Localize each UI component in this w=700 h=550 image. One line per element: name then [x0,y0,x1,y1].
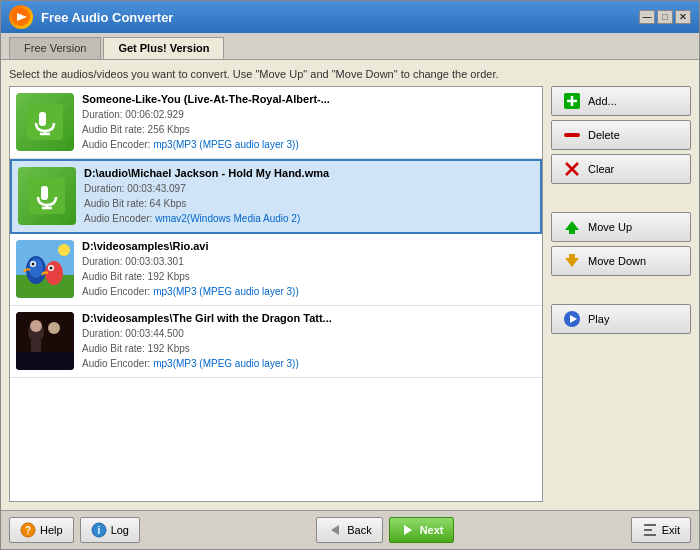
info-icon: i [91,522,107,538]
svg-rect-6 [41,186,48,200]
play-button[interactable]: Play [551,304,691,334]
video-icon-dragon [16,312,74,370]
svg-rect-44 [644,534,656,536]
svg-rect-10 [16,275,74,298]
list-item[interactable]: Someone-Like-You (Live-At-The-Royal-Albe… [10,87,542,159]
item-info: D:\videosamples\Rio.avi Duration: 00:03:… [82,240,536,299]
svg-marker-32 [565,221,579,234]
video-icon-rio [16,240,74,298]
item-encoder: Audio Encoder: mp3(MP3 (MPEG audio layer… [82,137,536,152]
tab-free-version[interactable]: Free Version [9,37,101,59]
item-encoder: Audio Encoder: wmav2(Windows Media Audio… [84,211,534,226]
tabs-bar: Free Version Get Plus! Version [1,33,699,59]
bottom-bar: ? Help i Log Back Next [1,510,699,549]
svg-rect-29 [564,133,580,137]
svg-rect-22 [31,334,41,352]
svg-point-17 [50,267,53,270]
move-down-button[interactable]: Move Down [551,246,691,276]
add-button[interactable]: Add... [551,86,691,116]
svg-marker-41 [404,525,412,535]
help-icon: ? [20,522,36,538]
item-duration: Duration: 00:03:43.097 [84,181,534,196]
file-list[interactable]: Someone-Like-You (Live-At-The-Royal-Albe… [9,86,543,502]
svg-rect-42 [644,524,656,526]
app-logo [9,5,33,29]
svg-point-23 [48,322,60,334]
app-title: Free Audio Converter [41,10,639,25]
item-encoder: Audio Encoder: mp3(MP3 (MPEG audio layer… [82,356,536,371]
add-icon [562,91,582,111]
list-item[interactable]: D:\videosamples\Rio.avi Duration: 00:03:… [10,234,542,306]
log-button[interactable]: i Log [80,517,140,543]
item-title: D:\videosamples\The Girl with the Dragon… [82,312,536,324]
instruction-text: Select the audios/videos you want to con… [9,68,691,80]
spacer [551,280,691,300]
minimize-button[interactable]: — [639,10,655,24]
tab-plus-version[interactable]: Get Plus! Version [103,37,224,59]
item-title: Someone-Like-You (Live-At-The-Royal-Albe… [82,93,536,105]
svg-text:i: i [97,525,100,536]
svg-marker-33 [565,254,579,267]
item-title: D:\videosamples\Rio.avi [82,240,536,252]
item-title: D:\audio\Michael Jackson - Hold My Hand.… [84,167,534,179]
item-encoder: Audio Encoder: mp3(MP3 (MPEG audio layer… [82,284,536,299]
svg-point-18 [58,244,70,256]
svg-rect-24 [49,334,58,352]
move-up-icon [562,217,582,237]
item-info: D:\audio\Michael Jackson - Hold My Hand.… [84,167,534,226]
delete-icon [562,125,582,145]
item-info: D:\videosamples\The Girl with the Dragon… [82,312,536,371]
window-controls: — □ ✕ [639,10,691,24]
spacer [551,188,691,208]
item-bitrate: Audio Bit rate: 192 Kbps [82,269,536,284]
clear-button[interactable]: Clear [551,154,691,184]
svg-rect-2 [39,112,46,126]
item-bitrate: Audio Bit rate: 192 Kbps [82,341,536,356]
item-duration: Duration: 00:03:44.500 [82,326,536,341]
exit-icon [642,522,658,538]
list-item[interactable]: D:\audio\Michael Jackson - Hold My Hand.… [10,159,542,234]
item-bitrate: Audio Bit rate: 64 Kbps [84,196,534,211]
svg-rect-43 [644,529,652,531]
move-down-icon [562,251,582,271]
svg-marker-40 [331,525,339,535]
svg-point-21 [30,320,42,332]
item-info: Someone-Like-You (Live-At-The-Royal-Albe… [82,93,536,152]
svg-text:?: ? [25,525,31,536]
back-button[interactable]: Back [316,517,382,543]
item-bitrate: Audio Bit rate: 256 Kbps [82,122,536,137]
item-duration: Duration: 00:06:02.929 [82,107,536,122]
next-button[interactable]: Next [389,517,455,543]
audio-icon [18,167,76,225]
content-area: Select the audios/videos you want to con… [1,59,699,510]
svg-rect-25 [16,352,74,370]
main-window: Free Audio Converter — □ ✕ Free Version … [0,0,700,550]
audio-icon [16,93,74,151]
list-item[interactable]: D:\videosamples\The Girl with the Dragon… [10,306,542,378]
back-icon [327,522,343,538]
maximize-button[interactable]: □ [657,10,673,24]
svg-point-14 [32,263,35,266]
close-button[interactable]: ✕ [675,10,691,24]
move-up-button[interactable]: Move Up [551,212,691,242]
exit-button[interactable]: Exit [631,517,691,543]
help-button[interactable]: ? Help [9,517,74,543]
delete-button[interactable]: Delete [551,120,691,150]
item-duration: Duration: 00:03:03.301 [82,254,536,269]
play-icon [562,309,582,329]
next-icon [400,522,416,538]
main-section: Someone-Like-You (Live-At-The-Royal-Albe… [9,86,691,502]
title-bar: Free Audio Converter — □ ✕ [1,1,699,33]
svg-point-12 [29,258,43,278]
clear-icon [562,159,582,179]
side-buttons: Add... Delete [551,86,691,502]
